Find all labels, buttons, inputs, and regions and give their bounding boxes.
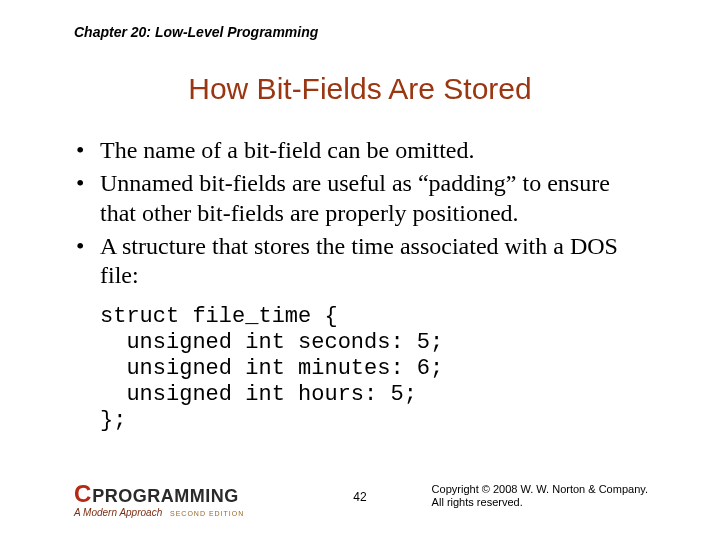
copyright-line-2: All rights reserved. <box>432 496 648 510</box>
chapter-heading: Chapter 20: Low-Level Programming <box>74 24 318 40</box>
slide: Chapter 20: Low-Level Programming How Bi… <box>0 0 720 540</box>
copyright-line-1: Copyright © 2008 W. W. Norton & Company. <box>432 483 648 497</box>
logo-sub-text: A Modern Approach <box>74 507 162 518</box>
slide-body: The name of a bit-field can be omitted. … <box>74 136 650 434</box>
logo-edition-text: SECOND EDITION <box>170 510 244 517</box>
logo-subtitle: A Modern Approach SECOND EDITION <box>74 507 244 518</box>
footer: C PROGRAMMING A Modern Approach SECOND E… <box>0 474 720 518</box>
bullet-item: Unnamed bit-fields are useful as “paddin… <box>74 169 650 228</box>
bullet-item: The name of a bit-field can be omitted. <box>74 136 650 165</box>
bullet-list: The name of a bit-field can be omitted. … <box>74 136 650 290</box>
slide-title: How Bit-Fields Are Stored <box>0 72 720 106</box>
copyright: Copyright © 2008 W. W. Norton & Company.… <box>432 483 648 511</box>
bullet-item: A structure that stores the time associa… <box>74 232 650 291</box>
code-block: struct file_time { unsigned int seconds:… <box>100 304 650 434</box>
